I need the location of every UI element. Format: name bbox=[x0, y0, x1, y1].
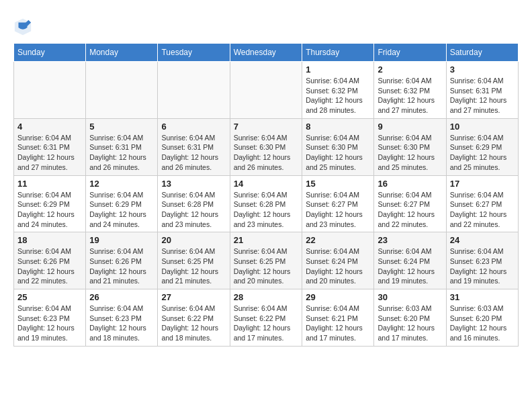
day-number: 1 bbox=[306, 64, 370, 75]
day-info: Sunrise: 6:04 AM Sunset: 6:29 PM Dayligh… bbox=[89, 190, 154, 230]
day-number: 29 bbox=[306, 292, 370, 302]
calendar-day-cell: 13Sunrise: 6:04 AM Sunset: 6:28 PM Dayli… bbox=[158, 175, 230, 232]
day-number: 22 bbox=[306, 235, 370, 245]
day-info: Sunrise: 6:04 AM Sunset: 6:27 PM Dayligh… bbox=[306, 190, 370, 230]
calendar-day-cell bbox=[86, 62, 158, 119]
day-info: Sunrise: 6:04 AM Sunset: 6:28 PM Dayligh… bbox=[161, 190, 226, 230]
day-info: Sunrise: 6:04 AM Sunset: 6:26 PM Dayligh… bbox=[89, 246, 154, 286]
day-number: 21 bbox=[234, 235, 299, 245]
day-info: Sunrise: 6:04 AM Sunset: 6:23 PM Dayligh… bbox=[17, 304, 82, 343]
day-number: 9 bbox=[378, 122, 442, 132]
calendar-day-cell bbox=[14, 62, 86, 119]
calendar-day-cell: 7Sunrise: 6:04 AM Sunset: 6:30 PM Daylig… bbox=[230, 118, 302, 175]
calendar-day-cell: 8Sunrise: 6:04 AM Sunset: 6:30 PM Daylig… bbox=[302, 118, 374, 175]
calendar-table: SundayMondayTuesdayWednesdayThursdayFrid… bbox=[13, 43, 519, 347]
day-number: 15 bbox=[306, 179, 370, 189]
calendar-day-cell: 11Sunrise: 6:04 AM Sunset: 6:29 PM Dayli… bbox=[14, 175, 86, 232]
day-number: 19 bbox=[89, 235, 154, 245]
calendar-day-cell bbox=[158, 62, 230, 119]
day-of-week-header: Sunday bbox=[14, 44, 86, 62]
calendar-day-cell: 6Sunrise: 6:04 AM Sunset: 6:31 PM Daylig… bbox=[158, 118, 230, 175]
calendar-day-cell: 19Sunrise: 6:04 AM Sunset: 6:26 PM Dayli… bbox=[86, 232, 158, 289]
day-number: 30 bbox=[378, 292, 442, 302]
day-of-week-header: Thursday bbox=[302, 44, 374, 62]
day-info: Sunrise: 6:04 AM Sunset: 6:27 PM Dayligh… bbox=[378, 190, 442, 230]
calendar-day-cell: 29Sunrise: 6:04 AM Sunset: 6:21 PM Dayli… bbox=[302, 289, 374, 347]
day-number: 28 bbox=[234, 292, 299, 302]
day-of-week-header: Friday bbox=[374, 44, 446, 62]
calendar-week-row: 25Sunrise: 6:04 AM Sunset: 6:23 PM Dayli… bbox=[14, 289, 519, 347]
calendar-day-cell: 20Sunrise: 6:04 AM Sunset: 6:25 PM Dayli… bbox=[158, 232, 230, 289]
day-number: 12 bbox=[89, 179, 154, 189]
day-info: Sunrise: 6:04 AM Sunset: 6:27 PM Dayligh… bbox=[450, 190, 515, 230]
day-number: 23 bbox=[378, 235, 442, 245]
day-of-week-header: Wednesday bbox=[230, 44, 302, 62]
calendar-week-row: 4Sunrise: 6:04 AM Sunset: 6:31 PM Daylig… bbox=[14, 118, 519, 175]
day-info: Sunrise: 6:04 AM Sunset: 6:30 PM Dayligh… bbox=[378, 133, 442, 173]
day-info: Sunrise: 6:04 AM Sunset: 6:29 PM Dayligh… bbox=[450, 133, 515, 173]
day-info: Sunrise: 6:04 AM Sunset: 6:24 PM Dayligh… bbox=[378, 246, 442, 286]
day-info: Sunrise: 6:04 AM Sunset: 6:26 PM Dayligh… bbox=[17, 246, 82, 286]
calendar-day-cell: 4Sunrise: 6:04 AM Sunset: 6:31 PM Daylig… bbox=[14, 118, 86, 175]
day-number: 2 bbox=[378, 64, 442, 75]
day-number: 8 bbox=[306, 122, 370, 132]
day-of-week-header: Saturday bbox=[446, 44, 518, 62]
day-info: Sunrise: 6:04 AM Sunset: 6:24 PM Dayligh… bbox=[306, 246, 370, 286]
calendar-day-cell: 22Sunrise: 6:04 AM Sunset: 6:24 PM Dayli… bbox=[302, 232, 374, 289]
day-info: Sunrise: 6:04 AM Sunset: 6:28 PM Dayligh… bbox=[234, 190, 299, 230]
calendar-day-cell: 1Sunrise: 6:04 AM Sunset: 6:32 PM Daylig… bbox=[302, 62, 374, 119]
day-info: Sunrise: 6:04 AM Sunset: 6:22 PM Dayligh… bbox=[161, 304, 226, 343]
day-number: 13 bbox=[161, 179, 226, 189]
day-number: 4 bbox=[17, 122, 82, 132]
day-number: 20 bbox=[161, 235, 226, 245]
calendar-week-row: 18Sunrise: 6:04 AM Sunset: 6:26 PM Dayli… bbox=[14, 232, 519, 289]
day-info: Sunrise: 6:04 AM Sunset: 6:31 PM Dayligh… bbox=[17, 133, 82, 173]
calendar-day-cell: 24Sunrise: 6:04 AM Sunset: 6:23 PM Dayli… bbox=[446, 232, 518, 289]
calendar-day-cell: 3Sunrise: 6:04 AM Sunset: 6:31 PM Daylig… bbox=[446, 62, 518, 119]
calendar-week-row: 11Sunrise: 6:04 AM Sunset: 6:29 PM Dayli… bbox=[14, 175, 519, 232]
day-number: 5 bbox=[89, 122, 154, 132]
day-info: Sunrise: 6:04 AM Sunset: 6:31 PM Dayligh… bbox=[161, 133, 226, 173]
calendar-day-cell: 16Sunrise: 6:04 AM Sunset: 6:27 PM Dayli… bbox=[374, 175, 446, 232]
calendar-day-cell: 12Sunrise: 6:04 AM Sunset: 6:29 PM Dayli… bbox=[86, 175, 158, 232]
general-blue-icon bbox=[13, 17, 32, 36]
day-number: 24 bbox=[450, 235, 515, 245]
calendar-day-cell bbox=[230, 62, 302, 119]
day-number: 6 bbox=[161, 122, 226, 132]
day-number: 7 bbox=[234, 122, 299, 132]
day-number: 31 bbox=[450, 292, 515, 302]
day-info: Sunrise: 6:04 AM Sunset: 6:32 PM Dayligh… bbox=[306, 76, 370, 116]
day-of-week-header: Monday bbox=[86, 44, 158, 62]
day-info: Sunrise: 6:04 AM Sunset: 6:30 PM Dayligh… bbox=[234, 133, 299, 173]
day-number: 3 bbox=[450, 64, 515, 75]
day-info: Sunrise: 6:04 AM Sunset: 6:23 PM Dayligh… bbox=[89, 304, 154, 343]
page-header bbox=[13, 13, 519, 36]
day-info: Sunrise: 6:04 AM Sunset: 6:23 PM Dayligh… bbox=[450, 246, 515, 286]
day-info: Sunrise: 6:04 AM Sunset: 6:21 PM Dayligh… bbox=[306, 304, 370, 343]
day-number: 10 bbox=[450, 122, 515, 132]
day-info: Sunrise: 6:04 AM Sunset: 6:25 PM Dayligh… bbox=[234, 246, 299, 286]
day-info: Sunrise: 6:04 AM Sunset: 6:25 PM Dayligh… bbox=[161, 246, 226, 286]
day-info: Sunrise: 6:03 AM Sunset: 6:20 PM Dayligh… bbox=[450, 304, 515, 343]
day-of-week-header: Tuesday bbox=[158, 44, 230, 62]
calendar-day-cell: 15Sunrise: 6:04 AM Sunset: 6:27 PM Dayli… bbox=[302, 175, 374, 232]
calendar-day-cell: 30Sunrise: 6:03 AM Sunset: 6:20 PM Dayli… bbox=[374, 289, 446, 347]
calendar-day-cell: 9Sunrise: 6:04 AM Sunset: 6:30 PM Daylig… bbox=[374, 118, 446, 175]
day-info: Sunrise: 6:03 AM Sunset: 6:20 PM Dayligh… bbox=[378, 304, 442, 343]
calendar-day-cell: 18Sunrise: 6:04 AM Sunset: 6:26 PM Dayli… bbox=[14, 232, 86, 289]
day-number: 17 bbox=[450, 179, 515, 189]
day-info: Sunrise: 6:04 AM Sunset: 6:32 PM Dayligh… bbox=[378, 76, 442, 116]
calendar-day-cell: 14Sunrise: 6:04 AM Sunset: 6:28 PM Dayli… bbox=[230, 175, 302, 232]
day-number: 16 bbox=[378, 179, 442, 189]
day-info: Sunrise: 6:04 AM Sunset: 6:30 PM Dayligh… bbox=[306, 133, 370, 173]
calendar-day-cell: 5Sunrise: 6:04 AM Sunset: 6:31 PM Daylig… bbox=[86, 118, 158, 175]
calendar-day-cell: 27Sunrise: 6:04 AM Sunset: 6:22 PM Dayli… bbox=[158, 289, 230, 347]
day-number: 18 bbox=[17, 235, 82, 245]
day-number: 14 bbox=[234, 179, 299, 189]
calendar-day-cell: 26Sunrise: 6:04 AM Sunset: 6:23 PM Dayli… bbox=[86, 289, 158, 347]
calendar-day-cell: 21Sunrise: 6:04 AM Sunset: 6:25 PM Dayli… bbox=[230, 232, 302, 289]
calendar-day-cell: 2Sunrise: 6:04 AM Sunset: 6:32 PM Daylig… bbox=[374, 62, 446, 119]
day-number: 27 bbox=[161, 292, 226, 302]
calendar-week-row: 1Sunrise: 6:04 AM Sunset: 6:32 PM Daylig… bbox=[14, 62, 519, 119]
day-number: 26 bbox=[89, 292, 154, 302]
